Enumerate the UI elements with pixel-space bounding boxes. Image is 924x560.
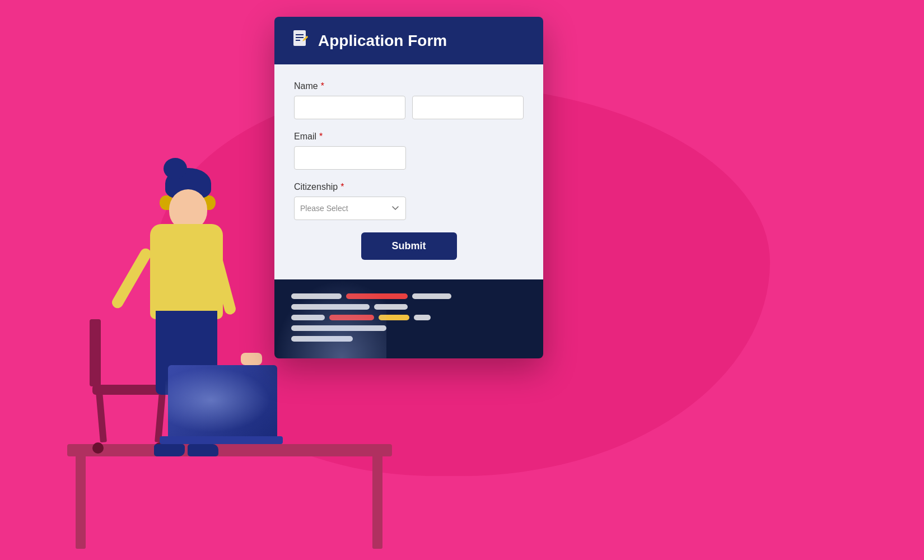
submit-button[interactable]: Submit — [361, 232, 457, 260]
chair-leg1 — [96, 392, 107, 443]
chair-back — [90, 319, 101, 386]
code-bar — [291, 315, 325, 320]
name-inputs-row — [294, 96, 524, 119]
laptop-screen — [168, 365, 277, 438]
code-line-1 — [291, 293, 526, 299]
name-field-group: Name * — [294, 81, 524, 119]
code-bar — [291, 304, 370, 310]
citizenship-required-star: * — [340, 182, 344, 192]
application-form-card: Application Form Name * Email * Ci — [274, 17, 543, 358]
desk-right-leg — [372, 454, 382, 549]
code-lines-container — [291, 293, 526, 342]
code-panel — [274, 279, 543, 358]
person-foot-right — [188, 444, 218, 456]
person-hand-right — [241, 353, 262, 365]
citizenship-select[interactable]: Please Select United States Canada Unite… — [294, 197, 406, 220]
code-bar — [291, 325, 386, 331]
code-line-5 — [291, 336, 526, 342]
email-input[interactable] — [294, 146, 406, 170]
citizenship-field-group: Citizenship * Please Select United State… — [294, 182, 524, 220]
desk-left-leg — [76, 454, 86, 549]
chair-leg2 — [155, 392, 166, 443]
email-field-group: Email * — [294, 132, 524, 170]
name-label: Name * — [294, 81, 524, 91]
person-arm-left — [110, 246, 153, 310]
chair-wheel1 — [92, 442, 104, 454]
code-bar — [379, 315, 409, 320]
form-body: Name * Email * Citizenship * Please Sel — [274, 64, 543, 279]
code-bar — [346, 293, 408, 299]
last-name-input[interactable] — [412, 96, 524, 119]
person-foot-left — [154, 444, 185, 456]
submit-row: Submit — [294, 232, 524, 260]
code-bar — [414, 315, 431, 320]
person-body — [150, 224, 223, 319]
email-label: Email * — [294, 132, 524, 142]
code-line-3 — [291, 315, 526, 320]
code-bar — [291, 293, 342, 299]
person-bun — [164, 158, 187, 179]
laptop-base — [160, 436, 283, 444]
code-line-2 — [291, 304, 526, 310]
form-title: Application Form — [318, 32, 447, 50]
code-bar — [374, 304, 408, 310]
citizenship-label: Citizenship * — [294, 182, 524, 192]
desk-surface — [67, 444, 392, 456]
code-bar — [291, 336, 353, 342]
name-required-star: * — [321, 81, 324, 91]
code-bar — [412, 293, 451, 299]
first-name-input[interactable] — [294, 96, 405, 119]
form-header: Application Form — [274, 17, 543, 64]
code-line-4 — [291, 325, 526, 331]
code-bar — [329, 315, 374, 320]
email-required-star: * — [319, 132, 323, 142]
form-document-icon — [291, 29, 310, 52]
